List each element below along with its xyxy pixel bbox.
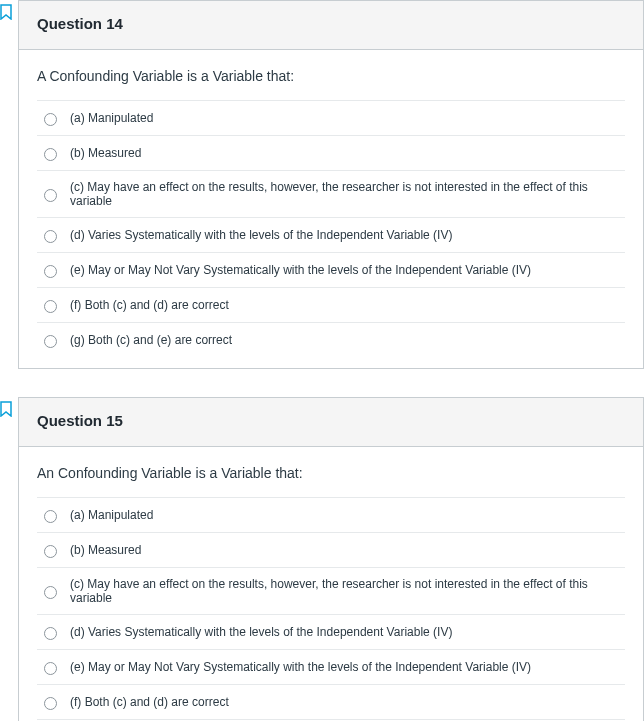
option-row[interactable]: (a) Manipulated <box>37 498 625 533</box>
option-label: (e) May or May Not Vary Systematically w… <box>70 263 531 277</box>
option-label: (c) May have an effect on the results, h… <box>70 577 623 605</box>
question-header: Question 14 <box>19 1 643 50</box>
option-radio[interactable] <box>44 335 57 348</box>
question-card: Question 15 An Confounding Variable is a… <box>18 397 644 721</box>
question-block-14: Question 14 A Confounding Variable is a … <box>0 0 644 369</box>
options-list: (a) Manipulated (b) Measured (c) May hav… <box>37 100 625 362</box>
question-prompt: An Confounding Variable is a Variable th… <box>37 463 625 497</box>
question-body: A Confounding Variable is a Variable tha… <box>19 50 643 368</box>
option-radio[interactable] <box>44 627 57 640</box>
option-row[interactable]: (d) Varies Systematically with the level… <box>37 218 625 253</box>
question-header: Question 15 <box>19 398 643 447</box>
option-radio[interactable] <box>44 113 57 126</box>
option-label: (e) May or May Not Vary Systematically w… <box>70 660 531 674</box>
option-radio[interactable] <box>44 697 57 710</box>
option-row[interactable]: (c) May have an effect on the results, h… <box>37 568 625 615</box>
question-title: Question 14 <box>37 15 123 32</box>
option-row[interactable]: (f) Both (c) and (d) are correct <box>37 288 625 323</box>
option-row[interactable]: (e) May or May Not Vary Systematically w… <box>37 650 625 685</box>
option-radio[interactable] <box>44 662 57 675</box>
question-block-15: Question 15 An Confounding Variable is a… <box>0 397 644 721</box>
option-row[interactable]: (b) Measured <box>37 533 625 568</box>
question-title: Question 15 <box>37 412 123 429</box>
option-label: (a) Manipulated <box>70 508 153 522</box>
options-list: (a) Manipulated (b) Measured (c) May hav… <box>37 497 625 721</box>
bookmark-icon[interactable] <box>0 401 14 417</box>
option-radio[interactable] <box>44 510 57 523</box>
option-label: (g) Both (c) and (e) are correct <box>70 333 232 347</box>
option-row[interactable]: (c) May have an effect on the results, h… <box>37 171 625 218</box>
option-row[interactable]: (d) Varies Systematically with the level… <box>37 615 625 650</box>
option-label: (b) Measured <box>70 146 141 160</box>
option-row[interactable]: (b) Measured <box>37 136 625 171</box>
option-radio[interactable] <box>44 586 57 599</box>
option-radio[interactable] <box>44 148 57 161</box>
option-radio[interactable] <box>44 230 57 243</box>
option-row[interactable]: (f) Both (c) and (d) are correct <box>37 685 625 720</box>
option-radio[interactable] <box>44 300 57 313</box>
option-label: (d) Varies Systematically with the level… <box>70 625 452 639</box>
option-label: (f) Both (c) and (d) are correct <box>70 298 229 312</box>
question-prompt: A Confounding Variable is a Variable tha… <box>37 66 625 100</box>
option-label: (a) Manipulated <box>70 111 153 125</box>
option-radio[interactable] <box>44 545 57 558</box>
option-row[interactable]: (a) Manipulated <box>37 101 625 136</box>
bookmark-icon[interactable] <box>0 4 14 20</box>
option-radio[interactable] <box>44 189 57 202</box>
option-label: (d) Varies Systematically with the level… <box>70 228 452 242</box>
option-label: (f) Both (c) and (d) are correct <box>70 695 229 709</box>
question-body: An Confounding Variable is a Variable th… <box>19 447 643 721</box>
option-radio[interactable] <box>44 265 57 278</box>
option-label: (b) Measured <box>70 543 141 557</box>
question-card: Question 14 A Confounding Variable is a … <box>18 0 644 369</box>
option-row[interactable]: (g) Both (c) and (e) are correct <box>37 323 625 362</box>
option-label: (c) May have an effect on the results, h… <box>70 180 623 208</box>
option-row[interactable]: (e) May or May Not Vary Systematically w… <box>37 253 625 288</box>
